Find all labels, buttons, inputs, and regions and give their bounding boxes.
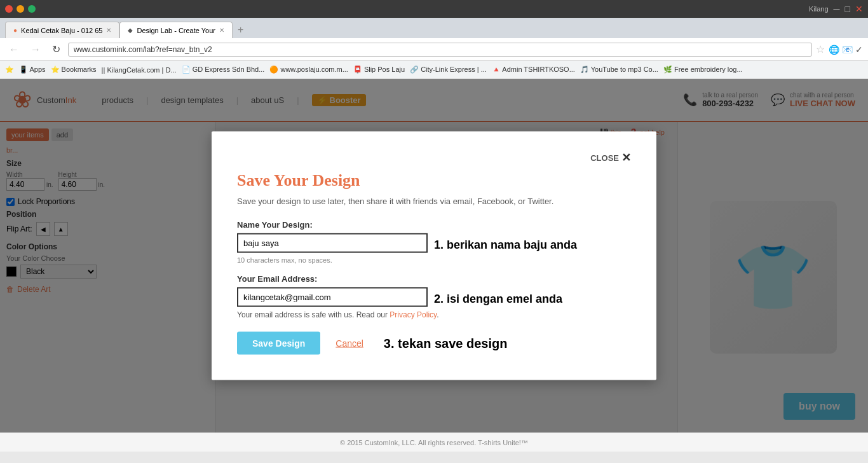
email-input[interactable] <box>237 287 428 307</box>
bookmark-4[interactable]: 📮 Slip Pos Laju <box>353 66 405 74</box>
close-x-icon: ✕ <box>621 151 631 165</box>
close-label: CLOSE <box>590 153 619 162</box>
url-bar[interactable] <box>68 43 812 57</box>
bookmark-6[interactable]: 🔺 Admin TSHIRTKOSO... <box>492 66 575 74</box>
tab2-label: Design Lab - Create Your <box>137 27 215 34</box>
page-content: ❀ CustomInk products | design templates … <box>0 79 868 432</box>
tab1-close[interactable]: ✕ <box>106 27 111 34</box>
name-label: Name Your Design: <box>237 220 631 230</box>
page-footer: © 2015 CustomInk, LLC. All rights reserv… <box>0 432 868 452</box>
bookmark-bookmarks[interactable]: ⭐ Bookmarks <box>51 66 97 74</box>
bookmark-7[interactable]: 🎵 YouTube to mp3 Co... <box>580 66 658 74</box>
bookmark-8[interactable]: 🌿 Free embroidery log... <box>663 66 743 74</box>
annotation-2: 2. isi dengan emel anda <box>434 292 562 305</box>
minimize-btn[interactable]: ─ <box>834 4 840 14</box>
email-label: Your Email Address: <box>237 274 631 284</box>
email-hint: Your email address is safe with us. Read… <box>237 310 631 319</box>
maximize-btn[interactable]: □ <box>845 4 850 14</box>
name-field-group: Name Your Design: 1. berikan nama baju a… <box>237 220 631 264</box>
annotation-1: 1. berikan nama baju anda <box>434 238 577 251</box>
tab2-close[interactable]: ✕ <box>219 27 224 34</box>
ext3-icon[interactable]: ✓ <box>855 45 863 55</box>
ext2-icon[interactable]: 📧 <box>842 45 853 55</box>
bookmark-5[interactable]: 🔗 City-Link Express | ... <box>410 66 487 74</box>
new-tab-btn[interactable]: + <box>233 22 248 38</box>
tab-1[interactable]: ● Kedai Cetak Baju - 012 65 ✕ <box>5 22 119 38</box>
refresh-btn[interactable]: ↻ <box>48 42 64 57</box>
modal-actions: Save Design Cancel 3. tekan save design <box>237 332 631 355</box>
modal-close-btn[interactable]: CLOSE ✕ <box>590 151 631 165</box>
name-hint: 10 characters max, no spaces. <box>237 256 631 264</box>
browser-title-bar: Kilang ─ □ ✕ ● Kedai Cetak Baju - 012 65… <box>0 0 868 79</box>
bookmarks-label: ⭐ <box>5 66 14 74</box>
bookmark-1[interactable]: || KilangCetak.com | D... <box>102 66 177 74</box>
forward-btn[interactable]: → <box>27 43 44 57</box>
tab1-favicon: ● <box>13 27 17 34</box>
bookmark-3[interactable]: 🟠 www.poslaju.com.m... <box>269 66 348 74</box>
bookmark-apps[interactable]: 📱 Apps <box>19 66 46 74</box>
save-design-btn[interactable]: Save Design <box>237 332 320 355</box>
bookmark-star[interactable]: ☆ <box>816 43 825 55</box>
modal-title: Save Your Design <box>237 171 631 190</box>
cancel-btn[interactable]: Cancel <box>336 338 363 349</box>
email-field-group: Your Email Address: 2. isi dengan emel a… <box>237 274 631 319</box>
tab2-favicon: ◆ <box>128 27 133 34</box>
back-btn[interactable]: ← <box>5 43 23 57</box>
ext1-icon[interactable]: 🌐 <box>829 45 839 55</box>
window-title: Kilang <box>809 5 829 13</box>
privacy-policy-link[interactable]: Privacy Policy <box>390 310 437 319</box>
annotation-3: 3. tekan save design <box>384 336 508 350</box>
tab-2[interactable]: ◆ Design Lab - Create Your ✕ <box>119 22 233 38</box>
save-design-modal: CLOSE ✕ Save Your Design Save your desig… <box>212 132 656 380</box>
tab1-label: Kedai Cetak Baju - 012 65 <box>21 27 102 34</box>
footer-text: © 2015 CustomInk, LLC. All rights reserv… <box>340 439 528 446</box>
modal-subtitle: Save your design to use later, then shar… <box>237 197 631 206</box>
browser-icon <box>5 5 36 13</box>
bookmark-2[interactable]: 📄 GD Express Sdn Bhd... <box>182 66 265 74</box>
close-window-btn[interactable]: ✕ <box>855 4 863 14</box>
design-name-input[interactable] <box>237 233 428 253</box>
extensions-area: 🌐 📧 ✓ <box>829 45 863 55</box>
